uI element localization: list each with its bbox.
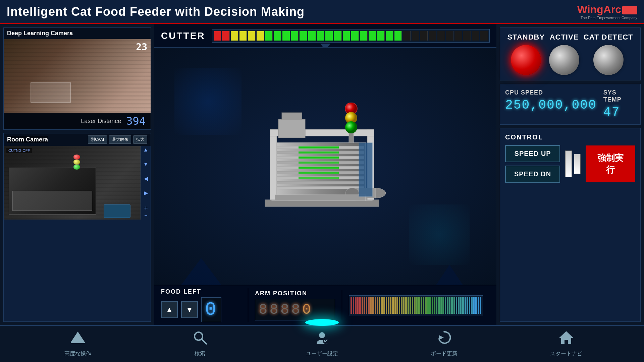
main-content: Deep Learning Camera 23 Laser Distance 3…	[0, 24, 644, 325]
control-buttons: SPEED UP SPEED DN 強制実行	[505, 145, 635, 183]
app-header: Intelligent Cat Food Feeder with Decisio…	[0, 0, 644, 24]
speed-bar-1	[565, 150, 572, 177]
app-title: Intelligent Cat Food Feeder with Decisio…	[7, 5, 305, 19]
right-panel: STANDBY ACTIVE CAT DETECT CPU SPEED 250,…	[496, 24, 644, 325]
svg-rect-18	[299, 177, 339, 179]
svg-rect-15	[299, 162, 339, 164]
arm-digit-4: 8	[291, 301, 302, 318]
room-cam-controls: 別CAM 最大解像 拡大	[88, 135, 147, 144]
svg-rect-13	[299, 152, 339, 154]
food-left-section: FOOD LEFT ▲ ▼ 0	[161, 288, 248, 322]
zoom-controls: ＋ －	[143, 205, 149, 218]
machine-3d-svg	[245, 103, 406, 230]
arm-position-label: ARM POSITION	[255, 290, 335, 297]
machine-visual	[154, 48, 496, 285]
cutter-bar	[212, 29, 490, 43]
cpu-speed-value: 250,000,000	[505, 98, 597, 112]
laser-value: 394	[126, 115, 146, 127]
speed-bar-2	[574, 154, 581, 174]
sys-temp-label: SYS TEMP	[603, 89, 635, 103]
svg-rect-14	[299, 157, 339, 159]
room-scroll-bar: ▲ ▼ ◀ ▶ ＋ －	[141, 146, 151, 220]
room-cam-feed: CUTNG OFF	[4, 146, 141, 220]
nav-search[interactable]: 検索	[175, 330, 225, 357]
cat-detect-light[interactable]	[593, 45, 624, 75]
scroll-down-btn[interactable]: ▼	[143, 162, 149, 167]
arm-digit-5: 0	[302, 301, 313, 318]
nav-start-navi-label: スタートナビ	[550, 350, 582, 357]
cpu-speed-metric: CPU SPEED 250,000,000	[505, 89, 597, 112]
arm-digit-2: 8	[269, 301, 280, 318]
room-camera-box: Room Camera 別CAM 最大解像 拡大 CUTNG OFF	[3, 133, 151, 322]
svg-marker-40	[439, 335, 444, 340]
deep-cam-counter: 23	[136, 42, 147, 53]
search-icon	[193, 330, 207, 345]
arm-position-value: 88880	[255, 299, 335, 320]
nav-start-navi[interactable]: スタートナビ	[541, 330, 591, 357]
cpu-speed-label: CPU SPEED	[505, 89, 597, 96]
active-status: ACTIVE	[549, 33, 579, 75]
sys-temp-metric: SYS TEMP 47	[603, 89, 635, 119]
cat-detect-status: CAT DETECT	[584, 33, 633, 75]
cam-btn-1[interactable]: 別CAM	[88, 135, 107, 144]
logo-text: WingArc1ST	[577, 3, 637, 16]
nav-advanced-ops-label: 高度な操作	[64, 350, 91, 357]
logo-wing: WingArc	[577, 3, 621, 15]
nav-board-update[interactable]: ボード更新	[419, 330, 469, 357]
speed-dn-button[interactable]: SPEED DN	[505, 166, 560, 183]
nav-search-label: 検索	[195, 350, 205, 357]
svg-point-34	[345, 121, 357, 133]
cat-detect-label: CAT DETECT	[584, 33, 633, 42]
scroll-left-btn[interactable]: ◀	[144, 176, 148, 181]
zoom-out-btn[interactable]: －	[143, 212, 149, 218]
svg-rect-23	[282, 113, 302, 120]
food-left-label: FOOD LEFT	[161, 288, 241, 295]
food-controls: ▲ ▼ 0	[161, 297, 241, 322]
nav-advanced-ops-icon	[71, 330, 85, 348]
cam-btn-2[interactable]: 最大解像	[109, 135, 131, 144]
execute-button[interactable]: 強制実行	[586, 145, 635, 182]
svg-marker-41	[559, 331, 573, 344]
nav-refresh-icon	[437, 330, 451, 348]
svg-rect-12	[299, 146, 339, 148]
logo-1st: 1ST	[622, 6, 637, 14]
active-light[interactable]	[549, 45, 579, 75]
nav-advanced-ops[interactable]: 高度な操作	[53, 330, 103, 357]
chevron-up-icon	[71, 330, 85, 345]
svg-rect-10	[277, 181, 364, 184]
status-lights: STANDBY ACTIVE CAT DETECT	[500, 27, 641, 80]
scroll-up-btn[interactable]: ▲	[143, 147, 149, 153]
speed-indicator	[565, 150, 581, 177]
svg-point-38	[319, 332, 325, 338]
svg-rect-22	[278, 119, 305, 138]
nav-user-settings[interactable]: ユーザー設定	[297, 330, 347, 357]
food-down-btn[interactable]: ▼	[181, 301, 198, 318]
food-up-btn[interactable]: ▲	[161, 301, 178, 318]
svg-line-37	[202, 339, 206, 344]
logo-subtitle: The Data Empowerment Company	[581, 16, 637, 20]
nav-user-icon	[315, 330, 329, 348]
metrics-row: CPU SPEED 250,000,000 SYS TEMP 47	[505, 89, 635, 119]
wingarc-logo: WingArc1ST The Data Empowerment Company	[577, 3, 637, 20]
zoom-in-btn[interactable]: ＋	[143, 205, 149, 211]
sys-temp-value: 47	[603, 105, 635, 119]
machine-area: CUTTER	[154, 24, 496, 325]
home-icon	[559, 330, 573, 345]
cutter-label: CUTTER	[161, 31, 205, 41]
metrics-box: CPU SPEED 250,000,000 SYS TEMP 47	[500, 84, 641, 125]
standby-light[interactable]	[511, 45, 541, 75]
room-cam-wrapper: CUTNG OFF ▲ ▼ ◀ ▶	[4, 146, 151, 220]
user-icon	[315, 330, 329, 345]
cam-btn-3[interactable]: 拡大	[133, 135, 147, 144]
scroll-right-btn[interactable]: ▶	[144, 190, 148, 196]
speed-up-button[interactable]: SPEED UP	[505, 145, 560, 162]
position-bar	[349, 295, 483, 315]
laser-distance-bar: Laser Distance 394	[4, 113, 151, 129]
room-cam-label: Room Camera	[7, 136, 48, 143]
deep-cam-feed: 23	[4, 39, 151, 113]
bottom-nav: 高度な操作 検索 ユーザー設定 ボード更新	[0, 325, 644, 362]
svg-rect-16	[299, 167, 339, 169]
control-box: CONTROL SPEED UP SPEED DN 強制実行	[500, 128, 641, 322]
arm-digit-3: 8	[280, 301, 291, 318]
deep-learning-camera-box: Deep Learning Camera 23 Laser Distance 3…	[3, 27, 151, 130]
